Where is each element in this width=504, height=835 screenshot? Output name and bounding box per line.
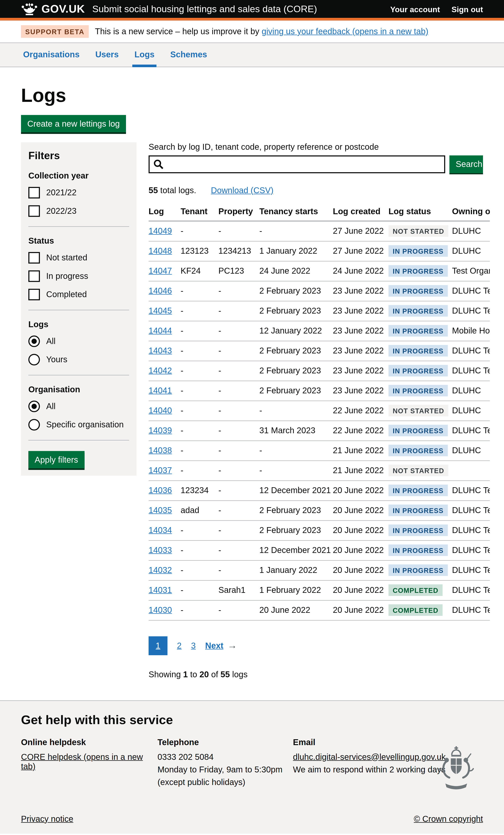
- log-id-link[interactable]: 14038: [149, 446, 172, 455]
- property-cell: -: [218, 546, 259, 555]
- tenant-cell: adad: [181, 506, 218, 515]
- status-badge: IN PROGRESS: [388, 525, 448, 536]
- apply-filters-button[interactable]: Apply filters: [28, 451, 84, 468]
- checkbox[interactable]: [28, 187, 40, 198]
- table-row: 14039 - - 31 March 2023 22 June 2022 IN …: [149, 421, 490, 441]
- nav-item-organisations[interactable]: Organisations: [21, 43, 82, 67]
- radio-option[interactable]: All: [28, 335, 129, 347]
- pagination-current-page[interactable]: 1: [149, 636, 167, 655]
- log-created-cell: 22 June 2022: [333, 406, 388, 415]
- log-id-link[interactable]: 14047: [149, 266, 172, 275]
- status-badge: IN PROGRESS: [388, 265, 448, 277]
- checkbox-option[interactable]: In progress: [28, 270, 129, 282]
- checkbox[interactable]: [28, 270, 40, 282]
- log-id-link[interactable]: 14036: [149, 486, 172, 495]
- radio-option[interactable]: Yours: [28, 354, 129, 365]
- service-name-link[interactable]: Submit social housing lettings and sales…: [92, 3, 317, 15]
- log-id-link[interactable]: 14037: [149, 466, 172, 475]
- radio-button[interactable]: [28, 335, 40, 347]
- search-button[interactable]: Search: [449, 155, 483, 173]
- search-input[interactable]: [149, 155, 445, 173]
- owning-organisation-cell: DLUHC Tes: [452, 366, 490, 375]
- phase-banner-text: This is a new service – help us improve …: [95, 27, 428, 36]
- checkbox-option[interactable]: Completed: [28, 288, 129, 300]
- owning-organisation-cell: DLUHC Tes: [452, 306, 490, 315]
- pagination-page-2[interactable]: 2: [177, 641, 182, 650]
- email-link[interactable]: dluhc.digital-services@levellingup.gov.u…: [293, 752, 446, 761]
- beta-tag: SUPPORT BETA: [21, 25, 88, 38]
- tenancy-starts-cell: 1 January 2022: [259, 566, 333, 575]
- log-created-cell: 23 June 2022: [333, 306, 388, 315]
- create-lettings-log-button[interactable]: Create a new lettings log: [21, 115, 126, 132]
- govuk-logo[interactable]: GOV.UK: [21, 2, 85, 16]
- log-created-cell: 27 June 2022: [333, 226, 388, 236]
- table-row: 14047 KF24 PC123 24 June 2022 24 June 20…: [149, 261, 490, 281]
- download-csv-link[interactable]: Download (CSV): [211, 186, 274, 195]
- sign-out-link[interactable]: Sign out: [451, 4, 483, 14]
- checkbox[interactable]: [28, 288, 40, 300]
- privacy-notice-link[interactable]: Privacy notice: [21, 814, 73, 823]
- tenant-cell: -: [181, 606, 218, 615]
- log-id-link[interactable]: 14040: [149, 406, 172, 415]
- pagination-page-3[interactable]: 3: [191, 641, 196, 650]
- nav-item-schemes[interactable]: Schemes: [168, 43, 209, 67]
- nav-item-users[interactable]: Users: [93, 43, 121, 67]
- log-id-link[interactable]: 14046: [149, 286, 172, 295]
- property-cell: -: [218, 346, 259, 355]
- divider: [28, 375, 129, 375]
- crown-icon: [21, 2, 38, 16]
- log-id-link[interactable]: 14045: [149, 306, 172, 315]
- log-id-link[interactable]: 14032: [149, 566, 172, 575]
- log-id-link[interactable]: 14031: [149, 586, 172, 594]
- tenant-cell: -: [181, 346, 218, 355]
- checkbox-option[interactable]: Not started: [28, 252, 129, 263]
- radio-button[interactable]: [28, 400, 40, 412]
- checkbox[interactable]: [28, 205, 40, 217]
- status-badge: COMPLETED: [388, 605, 443, 616]
- log-created-cell: 23 June 2022: [333, 346, 388, 355]
- log-id-link[interactable]: 14044: [149, 326, 172, 335]
- filters-heading: Filters: [28, 149, 129, 162]
- checkbox-option[interactable]: 2022/23: [28, 205, 129, 217]
- log-id-link[interactable]: 14039: [149, 426, 172, 435]
- filter-group-label: Collection year: [28, 171, 129, 180]
- table-row: 14046 - - 2 February 2023 23 June 2022 I…: [149, 281, 490, 301]
- crown-copyright-link[interactable]: © Crown copyright: [414, 814, 483, 823]
- log-id-link[interactable]: 14049: [149, 226, 172, 236]
- log-id-link[interactable]: 14035: [149, 506, 172, 515]
- status-badge: COMPLETED: [388, 585, 443, 596]
- showing-from: 1: [183, 670, 188, 679]
- feedback-link[interactable]: giving us your feedback (opens in a new …: [262, 27, 428, 36]
- log-id-link[interactable]: 14030: [149, 606, 172, 614]
- property-cell: -: [218, 306, 259, 315]
- showing-text: Showing: [149, 670, 183, 679]
- royal-coat-of-arms-icon: [431, 745, 481, 796]
- log-id-link[interactable]: 14033: [149, 546, 172, 555]
- tenant-cell: -: [181, 386, 218, 395]
- status-badge: IN PROGRESS: [388, 305, 448, 317]
- status-badge: IN PROGRESS: [388, 485, 448, 496]
- log-id-link[interactable]: 14043: [149, 346, 172, 355]
- radio-button[interactable]: [28, 354, 40, 365]
- tenant-cell: -: [181, 446, 218, 455]
- radio-option[interactable]: All: [28, 400, 129, 412]
- log-id-link[interactable]: 14034: [149, 526, 172, 535]
- status-badge: IN PROGRESS: [388, 365, 448, 376]
- owning-organisation-cell: DLUHC Tes: [452, 586, 490, 595]
- tenant-cell: -: [181, 526, 218, 535]
- table-row: 14034 - - 2 February 2023 20 June 2022 I…: [149, 521, 490, 541]
- nav-item-logs[interactable]: Logs: [132, 43, 157, 67]
- core-helpdesk-link[interactable]: CORE helpdesk (opens in a new tab): [21, 752, 143, 771]
- log-id-link[interactable]: 14048: [149, 246, 172, 256]
- log-id-link[interactable]: 14041: [149, 386, 172, 395]
- primary-navigation: Organisations Users Logs Schemes: [0, 43, 504, 67]
- tenant-cell: -: [181, 426, 218, 435]
- your-account-link[interactable]: Your account: [390, 4, 440, 14]
- owning-organisation-cell: DLUHC: [452, 246, 490, 256]
- log-id-link[interactable]: 14042: [149, 366, 172, 375]
- checkbox-option[interactable]: 2021/22: [28, 187, 129, 198]
- radio-button[interactable]: [28, 419, 40, 430]
- pagination-next-link[interactable]: Next: [205, 641, 223, 650]
- checkbox[interactable]: [28, 252, 40, 263]
- radio-option[interactable]: Specific organisation: [28, 419, 129, 430]
